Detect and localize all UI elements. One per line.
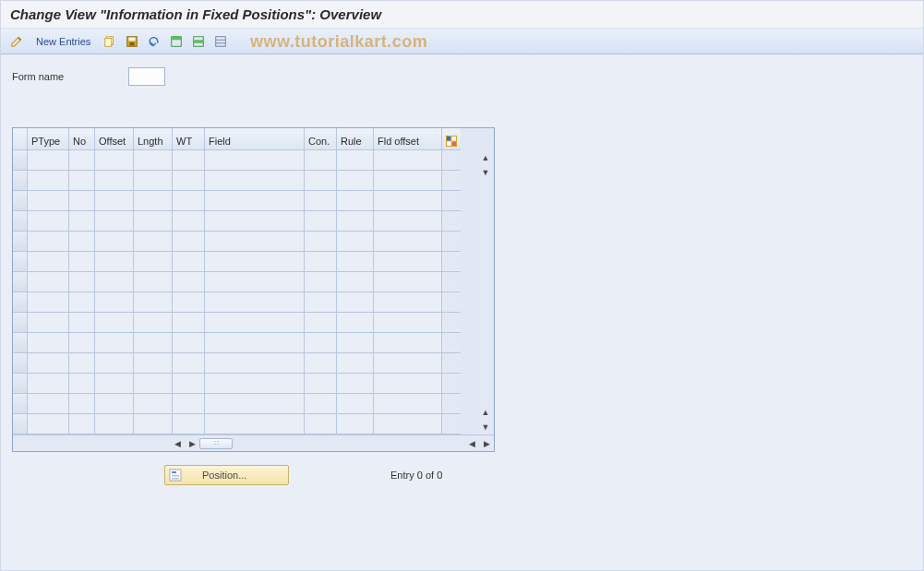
cell[interactable] [95,272,134,292]
cell[interactable] [69,394,95,414]
col-header-no[interactable]: No [69,128,95,150]
position-button[interactable]: Position... [164,465,289,485]
cell[interactable] [173,313,205,333]
cell[interactable] [134,414,173,434]
cell[interactable] [374,272,442,292]
cell[interactable] [69,252,95,272]
cell[interactable] [374,252,442,272]
cell[interactable] [69,150,95,171]
row-selector[interactable] [13,374,28,394]
cell[interactable] [69,292,95,313]
cell[interactable] [205,374,305,394]
cell[interactable] [205,211,305,232]
row-selector[interactable] [13,292,28,313]
cell[interactable] [95,252,134,272]
row-selector[interactable] [13,252,28,272]
table-settings-button[interactable] [442,128,461,150]
cell[interactable] [173,191,205,211]
row-selector[interactable] [13,353,28,374]
cell[interactable] [205,232,305,252]
col-header-offset[interactable]: Offset [95,128,134,150]
cell[interactable] [374,353,442,374]
cell[interactable] [28,150,69,171]
cell[interactable] [95,353,134,374]
row-selector[interactable] [13,313,28,333]
cell[interactable] [69,191,95,211]
cell[interactable] [69,171,95,191]
hscroll-left-icon[interactable]: ◀ [171,437,184,450]
scroll-down-arrow-icon[interactable]: ▼ [479,166,492,179]
cell[interactable] [337,374,374,394]
cell[interactable] [205,394,305,414]
select-all-column[interactable] [13,128,28,150]
cell[interactable] [134,333,173,353]
cell[interactable] [95,171,134,191]
cell[interactable] [337,191,374,211]
cell[interactable] [28,232,69,252]
cell[interactable] [173,394,205,414]
cell[interactable] [95,313,134,333]
row-selector[interactable] [13,191,28,211]
hscroll-thumb[interactable]: ∷ [199,438,233,449]
cell[interactable] [95,232,134,252]
cell[interactable] [374,150,442,171]
cell[interactable] [134,292,173,313]
cell[interactable] [95,191,134,211]
cell[interactable] [28,414,69,434]
cell[interactable] [305,211,337,232]
col-header-ptype[interactable]: PType [28,128,69,150]
cell[interactable] [337,333,374,353]
row-selector[interactable] [13,272,28,292]
cell[interactable] [173,211,205,232]
row-selector[interactable] [13,171,28,191]
cell[interactable] [374,171,442,191]
select-block-icon[interactable] [190,33,207,50]
row-selector[interactable] [13,333,28,353]
cell[interactable] [205,333,305,353]
cell[interactable] [69,313,95,333]
cell[interactable] [374,191,442,211]
cell[interactable] [205,353,305,374]
form-name-input[interactable] [128,67,165,86]
cell[interactable] [337,353,374,374]
cell[interactable] [134,171,173,191]
cell[interactable] [374,394,442,414]
undo-icon[interactable] [146,33,162,50]
select-all-icon[interactable] [168,33,185,50]
cell[interactable] [173,292,205,313]
cell[interactable] [337,414,374,434]
cell[interactable] [95,150,134,171]
col-header-fld-offset[interactable]: Fld offset [374,128,442,150]
cell[interactable] [95,211,134,232]
cell[interactable] [173,333,205,353]
cell[interactable] [28,292,69,313]
cell[interactable] [305,292,337,313]
cell[interactable] [374,292,442,313]
row-selector[interactable] [13,414,28,434]
cell[interactable] [134,252,173,272]
cell[interactable] [205,171,305,191]
cell[interactable] [305,252,337,272]
cell[interactable] [134,394,173,414]
toggle-edit-icon[interactable] [8,33,25,50]
cell[interactable] [374,414,442,434]
cell[interactable] [173,252,205,272]
cell[interactable] [205,292,305,313]
cell[interactable] [337,232,374,252]
cell[interactable] [173,374,205,394]
cell[interactable] [173,150,205,171]
cell[interactable] [134,232,173,252]
cell[interactable] [374,211,442,232]
cell[interactable] [205,414,305,434]
vertical-scrollbar[interactable]: ▲ ▼ ▲ ▼ [478,150,493,434]
row-selector[interactable] [13,232,28,252]
cell[interactable] [305,313,337,333]
cell[interactable] [337,292,374,313]
cell[interactable] [374,313,442,333]
cell[interactable] [95,414,134,434]
cell[interactable] [134,353,173,374]
horizontal-scrollbar[interactable]: ◀ ▶ ∷ ◀ ▶ [13,434,494,451]
cell[interactable] [173,232,205,252]
scroll-down-bottom-arrow-icon[interactable]: ▼ [479,421,492,434]
cell[interactable] [305,374,337,394]
